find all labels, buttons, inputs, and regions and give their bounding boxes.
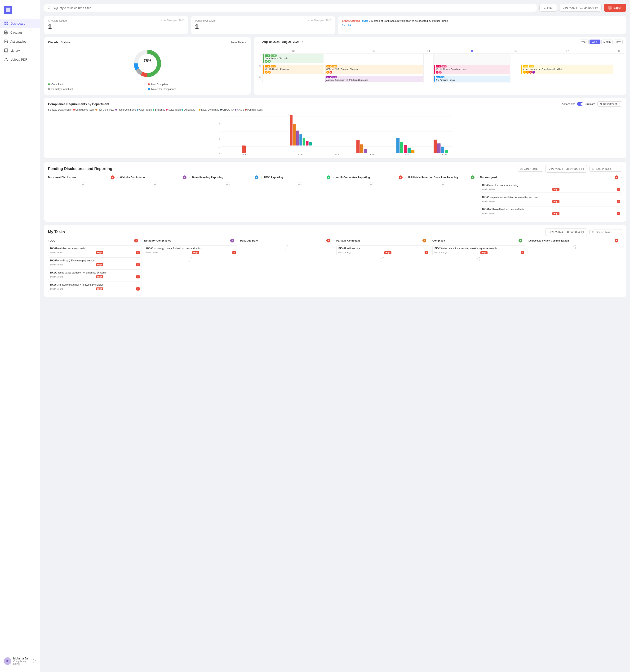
task-due-noted-0: due in 5 days	[146, 251, 159, 254]
task-card-compliant-0[interactable]: BKV/System alerts for accessing investor…	[432, 245, 526, 256]
task-card-todo-0[interactable]: BKV/Fraudulent instances sharing due in …	[48, 245, 142, 256]
actionables-toggle[interactable]	[577, 102, 583, 105]
pending-circulars-value: 1	[195, 23, 331, 30]
task-card-todo-1[interactable]: BKV/Penny Drop (ISO messaging method due…	[48, 257, 142, 268]
col-add-noted[interactable]: +	[188, 257, 193, 262]
cal-cell-13-9	[324, 53, 423, 65]
task-priority-compliant-0: High	[480, 251, 487, 254]
latest-circular-link[interactable]: Src: Link	[342, 24, 622, 27]
filter-button[interactable]: Filter	[539, 4, 557, 11]
logout-button[interactable]	[32, 659, 36, 664]
my-tasks-search-input[interactable]	[596, 231, 620, 234]
search-input[interactable]	[53, 6, 533, 10]
calendar-year-button[interactable]: Year	[579, 40, 588, 44]
legend-compliant: Compliant	[48, 83, 147, 86]
task-card-partial-0[interactable]: BKV/IP address logs due in 5 days High 0	[336, 245, 430, 256]
evt-tag: 10:0	[442, 65, 447, 68]
col-more-partial[interactable]: ···	[427, 239, 430, 242]
evt-tag: 11:0	[326, 65, 332, 68]
col-add-deprecated[interactable]: +	[573, 245, 578, 250]
cal-event-agenda-cams[interactable]: 13:0 12:0 Agenda: Discussion w/ CAMS and…	[325, 76, 423, 82]
svg-text:75%: 75%	[144, 58, 151, 63]
col-more-doc-disc[interactable]: ···	[116, 175, 118, 179]
col-more-todo[interactable]: ···	[139, 239, 142, 242]
task-card-todo-3[interactable]: BKV/IMPS Name Match for NRI account vali…	[48, 282, 142, 292]
pending-date-range: 08/17/2024 - 08/24/2024	[545, 165, 587, 173]
svg-rect-43	[299, 134, 302, 145]
cal-event-4-eye[interactable]: 11:0 13:0 4 eye review of the Compliance…	[521, 65, 613, 74]
legend-partial-label: Partially Compliant	[51, 88, 73, 91]
task-title-1: BKV/Cheque-based validation for unverifi…	[482, 196, 620, 199]
task-card-0[interactable]: BKV/Fraudulent instances sharing due in …	[480, 182, 623, 193]
col-badge-todo: •	[134, 239, 138, 242]
task-card-todo-2[interactable]: BKV/Cheque-based validation for unverifi…	[48, 269, 142, 280]
col-add-doc-disc[interactable]: +	[81, 182, 85, 187]
sidebar-item-actionables[interactable]: Actionables	[0, 37, 40, 46]
svg-rect-42	[296, 131, 299, 146]
pending-search-input[interactable]	[596, 167, 620, 170]
cal-event-sebi-amfi[interactable]: 11:0 10:0 SEBI v/s AMFI Circulars Checkl…	[325, 65, 423, 74]
col-more-board-meet[interactable]: ···	[259, 175, 262, 179]
export-button[interactable]: Export	[604, 4, 626, 12]
topbar: Filter 08/17/2024 - 01/09/2024 Export	[44, 4, 626, 12]
dept-dropdown-label: All Department	[600, 102, 617, 105]
col-add-past-due[interactable]: +	[285, 245, 289, 250]
col-more-unit-holder[interactable]: ···	[476, 175, 478, 179]
sidebar-item-library[interactable]: Library	[0, 46, 40, 55]
col-more-web-disc[interactable]: ···	[187, 175, 190, 179]
svg-rect-52	[404, 145, 407, 153]
main-content: Filter 08/17/2024 - 01/09/2024 Export Ci…	[40, 0, 630, 672]
col-add-partial[interactable]: +	[381, 257, 385, 262]
calendar-day-button[interactable]: Day	[614, 40, 623, 44]
task-title-partial-0: BKV/IP address logs	[338, 247, 428, 250]
task-card-noted-0[interactable]: BKV/Chronology change for bank account v…	[144, 245, 238, 256]
task-card-2[interactable]: BKV/PAN-based bank account validation du…	[480, 206, 623, 217]
col-more-noted[interactable]: ···	[235, 239, 238, 242]
task-priority-noted-0: High	[192, 251, 199, 254]
circular-status-filter[interactable]: Issue Date	[231, 41, 247, 44]
col-more-deprecated[interactable]: ···	[619, 239, 622, 242]
task-title-todo-1: BKV/Penny Drop (ISO messaging method	[50, 259, 140, 262]
col-add-audit[interactable]: +	[369, 182, 374, 187]
my-tasks-search[interactable]	[589, 229, 622, 235]
task-priority-todo-2: High	[96, 275, 103, 278]
col-more-rmc[interactable]: ···	[331, 175, 334, 179]
task-meta-0: due in 5 days High 0	[482, 188, 620, 191]
calendar-month-button[interactable]: Month	[601, 40, 613, 44]
col-add-board-meet[interactable]: +	[225, 182, 230, 187]
calendar-week-button[interactable]: Week	[589, 40, 600, 44]
col-add-web-disc[interactable]: +	[153, 182, 157, 187]
calendar-next-button[interactable]: ›	[301, 40, 304, 44]
sidebar-item-circulars[interactable]: Circulars	[0, 28, 40, 37]
col-add-rmc[interactable]: +	[297, 182, 302, 187]
cal-event-title: The Amazing Hubble	[436, 79, 509, 81]
col-badge-not-assigned: •	[614, 175, 619, 179]
mini-avatar: A	[265, 71, 268, 74]
svg-rect-16	[596, 7, 598, 9]
col-more-past-due[interactable]: ···	[331, 239, 334, 242]
svg-text:4: 4	[219, 138, 220, 141]
col-more-not-assigned[interactable]: ···	[619, 175, 622, 179]
sidebar-item-upload-pdf[interactable]: Upload PDF	[0, 55, 40, 64]
cal-event-weekly-huddle[interactable]: 11:0 12:0 Weekly Huddle: Progress A B	[263, 65, 324, 74]
team-selector[interactable]: Cliser Team	[518, 166, 544, 172]
cal-event-weekly-review[interactable]: 11:0 10:0 Weekly Review Compliance Meet …	[434, 65, 510, 74]
sidebar-nav: Dashboard Circulars Actionables Library …	[0, 19, 40, 654]
dept-dropdown[interactable]: All Department	[597, 101, 622, 106]
task-priority-1: High	[552, 200, 559, 203]
col-header-audit: Audit Committee Reporting • ···	[336, 175, 406, 180]
pending-search[interactable]	[589, 166, 622, 172]
avatar-initials: MJ	[6, 660, 9, 663]
col-badge-unit-holder: •	[471, 175, 475, 179]
col-more-compliant[interactable]: ···	[523, 239, 526, 242]
col-add-compliant[interactable]: +	[477, 257, 482, 262]
cal-event-amazing-hubble[interactable]: 4:0 6:0 The Amazing Hubble	[434, 76, 510, 82]
col-add-unit-holder[interactable]: +	[441, 182, 446, 187]
task-due-todo-2: due in 5 days	[50, 275, 63, 278]
sidebar-item-dashboard[interactable]: Dashboard	[0, 19, 40, 28]
col-more-audit[interactable]: ···	[404, 175, 406, 179]
cal-event-board-agenda[interactable]: 11:0 11:30 Board Agenda Discussion M J	[263, 54, 324, 63]
task-card-1[interactable]: BKV/Cheque-based validation for unverifi…	[480, 194, 623, 205]
search-bar[interactable]	[44, 4, 537, 12]
calendar-prev-button[interactable]: ‹	[257, 40, 260, 44]
